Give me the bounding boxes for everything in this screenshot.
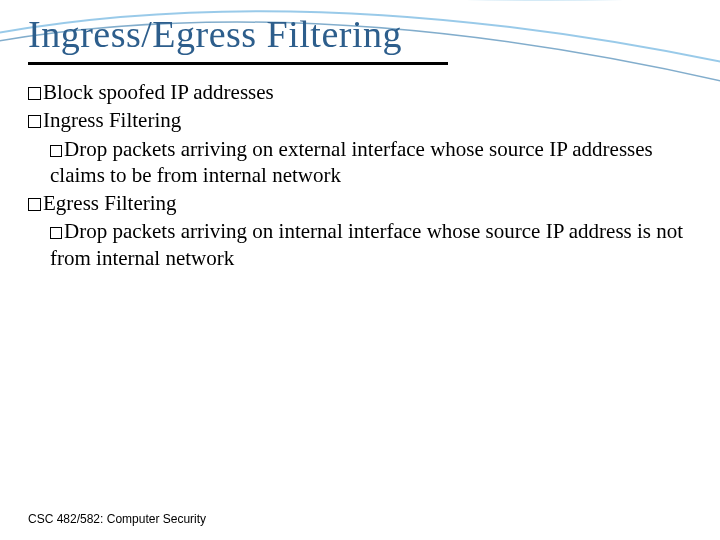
box-bullet-icon xyxy=(28,115,41,128)
bullet-text: Drop packets arriving on internal interf… xyxy=(50,219,683,269)
bullet-ingress: Ingress Filtering xyxy=(28,107,692,133)
bullet-egress: Egress Filtering xyxy=(28,190,692,216)
slide-footer: CSC 482/582: Computer Security xyxy=(28,512,206,526)
box-bullet-icon xyxy=(50,145,62,157)
bullet-text: Egress Filtering xyxy=(43,191,177,215)
box-bullet-icon xyxy=(28,87,41,100)
bullet-text: Drop packets arriving on external interf… xyxy=(50,137,653,187)
slide: Ingress/Egress Filtering Block spoofed I… xyxy=(0,0,720,540)
bullet-text: Ingress Filtering xyxy=(43,108,181,132)
bullet-egress-detail: Drop packets arriving on internal interf… xyxy=(50,218,692,271)
bullet-text: Block spoofed IP addresses xyxy=(43,80,274,104)
slide-title: Ingress/Egress Filtering xyxy=(28,12,448,65)
box-bullet-icon xyxy=(28,198,41,211)
bullet-ingress-detail: Drop packets arriving on external interf… xyxy=(50,136,692,189)
box-bullet-icon xyxy=(50,227,62,239)
slide-content: Block spoofed IP addresses Ingress Filte… xyxy=(28,79,692,271)
bullet-block-spoofed: Block spoofed IP addresses xyxy=(28,79,692,105)
